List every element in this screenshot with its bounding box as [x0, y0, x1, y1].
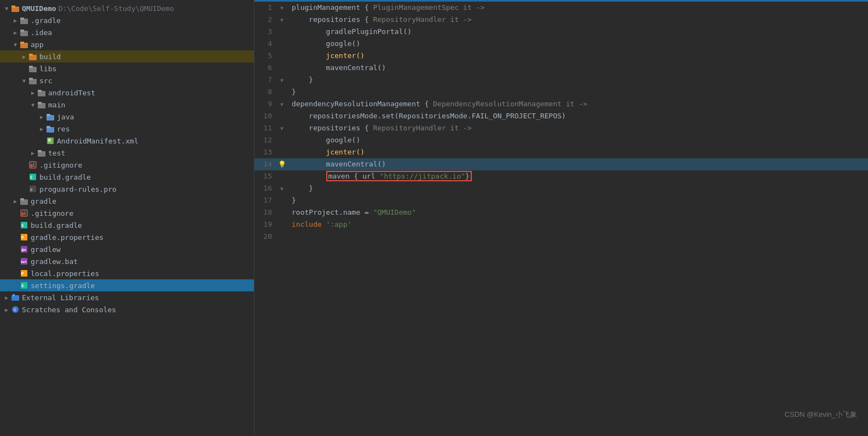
tree-item-gradle-hidden[interactable]: .gradle [0, 14, 254, 26]
gutter-7: ▼ [276, 74, 287, 86]
gitignore-app-icon: gi [28, 160, 37, 169]
bulb-icon-14[interactable]: 💡 [278, 160, 286, 168]
tree-item-gitignore-app[interactable]: gi .gitignore [0, 159, 254, 171]
code-line-15: 15 maven { url "https://jitpack.io"} [254, 170, 868, 182]
tree-item-build-gradle-root[interactable]: G build.gradle [0, 219, 254, 231]
svg-rect-7 [20, 42, 24, 44]
tree-item-main[interactable]: main [0, 99, 254, 111]
arrow-settings-gradle [11, 281, 20, 290]
code-line-19: 19 include ':app' [254, 219, 868, 231]
tree-item-manifest[interactable]: M AndroidManifest.xml [0, 135, 254, 147]
code-text-8: } [287, 86, 868, 98]
arrow-gradlew [11, 245, 20, 254]
code-text-10: repositoriesMode.set(RepositoriesMode.FA… [287, 110, 868, 122]
tree-item-scratches[interactable]: S Scratches and Consoles [0, 303, 254, 315]
scratches-icon: S [11, 305, 20, 314]
code-text-3: gradlePluginPortal() [287, 26, 868, 38]
fold-icon-1[interactable]: ▼ [280, 5, 283, 11]
code-line-8: 8 } [254, 86, 868, 98]
tree-item-gradle-dir[interactable]: gradle [0, 195, 254, 207]
gutter-9: ▼ [276, 98, 287, 110]
tree-item-settings-gradle[interactable]: G settings.gradle [0, 279, 254, 291]
androidtest-label: androidTest [48, 89, 95, 97]
folder-icon-androidtest [37, 88, 46, 97]
tree-item-gradlew[interactable]: gw gradlew [0, 243, 254, 255]
folder-icon-idea [20, 28, 28, 37]
svg-rect-33 [20, 198, 24, 200]
tree-item-external-libs[interactable]: External Libraries [0, 291, 254, 303]
line-num-3: 3 [254, 26, 276, 38]
gutter-20 [276, 231, 287, 243]
line-num-4: 4 [254, 38, 276, 50]
src-label: src [39, 77, 52, 85]
svg-rect-1 [11, 5, 15, 8]
folder-icon-src [28, 76, 37, 85]
gutter-1: ▼ [276, 2, 287, 14]
gutter-18 [276, 206, 287, 219]
arrow-proguard [20, 185, 28, 193]
code-text-15: maven { url "https://jitpack.io"} [287, 170, 868, 182]
tree-item-proguard[interactable]: p proguard-rules.pro [0, 183, 254, 195]
app-label: app [31, 41, 43, 49]
tree-item-app[interactable]: app [0, 38, 254, 50]
fold-icon-2[interactable]: ▼ [280, 17, 283, 23]
code-text-11: repositories { RepositoryHandler it -> [287, 122, 868, 134]
code-text-18: rootProject.name = "QMUIDemo" [287, 206, 868, 219]
gutter-10 [276, 110, 287, 122]
svg-rect-25 [38, 150, 42, 152]
external-libs-icon [11, 293, 20, 302]
svg-rect-19 [47, 114, 50, 116]
line-num-2: 2 [254, 14, 276, 26]
tree-item-project[interactable]: QMUIDemo D:\Code\Self-Study\QMUIDemo [0, 2, 254, 14]
build-gradle-app-icon: G [28, 173, 37, 181]
tree-item-java[interactable]: java [0, 111, 254, 123]
fold-icon-11[interactable]: ▼ [280, 125, 283, 131]
line-num-20: 20 [254, 231, 276, 243]
folder-icon-res [46, 124, 55, 133]
code-text-17: } [287, 194, 868, 206]
arrow-gitignore-root [11, 209, 20, 217]
arrow-build-gradle-root [11, 221, 20, 230]
fold-icon-9[interactable]: ▼ [280, 101, 283, 107]
code-line-10: 10 repositoriesMode.set(RepositoriesMode… [254, 110, 868, 122]
build-gradle-root-label: build.gradle [31, 221, 82, 230]
svg-rect-49 [13, 294, 15, 296]
fold-icon-16[interactable]: ▼ [280, 186, 283, 192]
tree-item-src[interactable]: src [0, 74, 254, 87]
tree-item-idea[interactable]: .idea [0, 26, 254, 38]
proguard-icon: p [28, 185, 37, 193]
line-num-10: 10 [254, 110, 276, 122]
line-num-8: 8 [254, 86, 276, 98]
scratches-label: Scratches and Consoles [22, 306, 116, 314]
code-text-16: } [287, 182, 868, 194]
gradlew-bat-icon: bat [20, 257, 28, 266]
arrow-src [20, 76, 28, 85]
gutter-4 [276, 38, 287, 50]
gitignore-root-label: .gitignore [31, 209, 73, 217]
code-line-17: 17 } [254, 194, 868, 206]
code-line-5: 5 jcenter() [254, 50, 868, 62]
code-line-16: 16 ▼ } [254, 182, 868, 194]
arrow-main [28, 100, 37, 109]
tree-item-gradle-properties[interactable]: P gradle.properties [0, 231, 254, 243]
gutter-14: 💡 [276, 158, 287, 170]
tree-item-libs[interactable]: libs [0, 62, 254, 74]
code-line-18: 18 rootProject.name = "QMUIDemo" [254, 206, 868, 219]
tree-item-androidtest[interactable]: androidTest [0, 87, 254, 99]
java-label: java [57, 113, 74, 121]
tree-item-gitignore-root[interactable]: gi .gitignore [0, 207, 254, 219]
code-line-13: 13 jcenter() [254, 146, 868, 158]
tree-item-test[interactable]: test [0, 147, 254, 159]
arrow-gradle-dir [11, 197, 20, 205]
line-num-11: 11 [254, 122, 276, 134]
tree-item-build-gradle-app[interactable]: G build.gradle [0, 171, 254, 183]
arrow-gradle-properties [11, 233, 20, 242]
code-text-9: dependencyResolutionManagement { Depende… [287, 98, 868, 110]
tree-item-res[interactable]: res [0, 123, 254, 135]
tree-item-local-properties[interactable]: P local.properties [0, 267, 254, 279]
code-line-1: 1 ▼ pluginManagement { PluginManagementS… [254, 2, 868, 14]
code-line-9: 9 ▼ dependencyResolutionManagement { Dep… [254, 98, 868, 110]
tree-item-gradlew-bat[interactable]: bat gradlew.bat [0, 255, 254, 267]
tree-item-build[interactable]: build [0, 50, 254, 62]
fold-icon-7[interactable]: ▼ [280, 77, 283, 83]
